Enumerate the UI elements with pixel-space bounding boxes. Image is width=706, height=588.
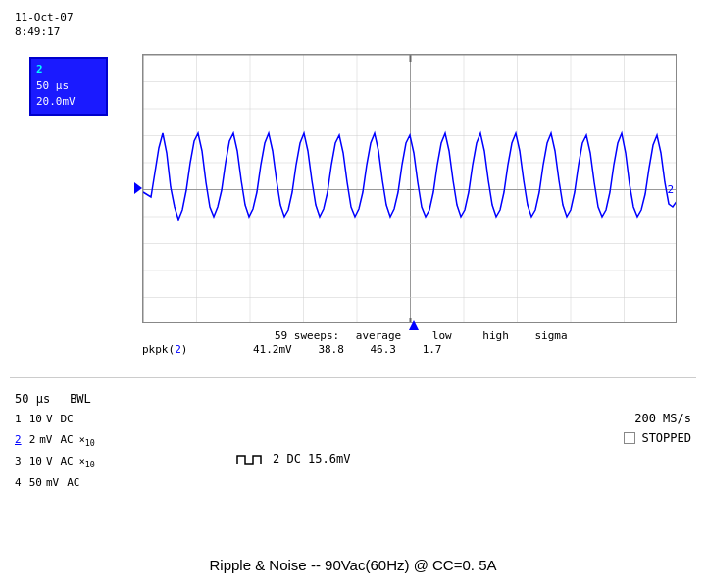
ch3-extra: ×10 [79,452,95,473]
bwl-label: BWL [70,392,91,406]
channel-list: 1 10 V DC 2 2 mV AC ×10 3 10 V AC ×10 4 … [15,410,691,493]
pulse-icon [235,451,265,466]
channel-row-4: 4 50 mV AC [15,473,691,494]
ch2-info-box: 2 50 µs 20.0mV [29,57,108,116]
stats-values-row: pkpk(2) 41.2mV 38.8 46.3 1.7 [142,343,677,356]
ch1-unit: V [46,410,53,430]
ch4-num: 4 [15,473,22,494]
scope-screen: 2 [142,54,677,323]
ch1-coupling: DC [61,410,74,430]
ch2-voltage: 2 [29,430,36,451]
low-label: low [432,329,452,342]
time: 8:49:17 [15,24,74,39]
bottom-timebase: 50 µs [15,392,50,406]
sample-rate-value: 200 MS/s [634,412,691,425]
divider [10,377,696,378]
ch2-dc-value: 2 DC 15.6mV [273,452,350,466]
scope-grid [143,55,676,322]
ch3-voltage: 10 [29,452,42,472]
average-label: average [356,329,401,342]
stopped-label: STOPPED [641,431,691,445]
high-value: 46.3 [371,343,397,356]
ch2-dc-info: 2 DC 15.6mV [235,451,350,466]
sigma-value: 1.7 [423,343,442,356]
ch2-extra: ×10 [79,430,95,452]
bottom-header: 50 µs BWL [15,392,691,406]
ch2-unit: mV [39,430,52,451]
sigma-label: sigma [534,329,567,342]
sample-rate: 200 MS/s [634,412,691,425]
average-value: 41.2mV [253,343,292,356]
ch2-coupling: AC [61,430,74,451]
ch2-timebase: 50 µs [36,79,69,92]
trigger-arrow-left [134,182,142,194]
ch2-voltage: 20.0mV [36,95,76,108]
timestamp: 11-Oct-07 8:49:17 [15,10,74,40]
date: 11-Oct-07 [15,10,74,24]
channel-row-1: 1 10 V DC [15,410,691,430]
ch2-number: 2 [36,63,43,75]
stopped-icon [624,432,635,444]
channel-row-2: 2 2 mV AC ×10 [15,430,691,452]
channel-row-3: 3 10 V AC ×10 [15,452,691,473]
ch3-unit: V [46,452,53,472]
ch3-coupling: AC [61,452,74,472]
bottom-section: 50 µs BWL 1 10 V DC 2 2 mV AC ×10 3 10 V… [15,392,691,493]
stopped-status: STOPPED [624,431,691,445]
ch1-num: 1 [15,410,22,430]
pkpk-label: pkpk(2) [142,343,187,356]
stats-labels-row: 59 sweeps: average low high sigma [142,329,677,342]
low-value: 38.8 [318,343,344,356]
ch4-unit: mV [46,473,59,494]
ch2-num: 2 [15,430,22,451]
ch4-voltage: 50 [29,473,42,494]
sweeps-label: 59 sweeps: [275,329,339,342]
chart-title: Ripple & Noise -- 90Vac(60Hz) @ CC=0. 5A [0,557,706,573]
ch2-right-label: 2 [667,182,674,195]
ch1-voltage: 10 [29,410,42,430]
ch4-coupling: AC [67,473,79,494]
pkpk-channel: 2 [175,343,181,356]
high-label: high [482,329,509,342]
ch3-num: 3 [15,452,22,472]
